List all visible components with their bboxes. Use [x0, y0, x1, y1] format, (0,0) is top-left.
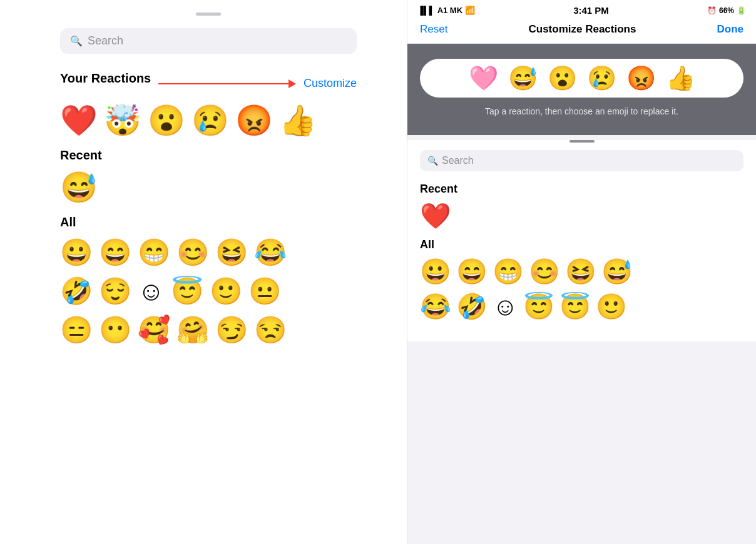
all-emoji-16: 🤗: [176, 317, 209, 343]
all-r-emoji-8: 🤣: [456, 294, 488, 319]
all-r-emoji-4: 😊: [529, 259, 560, 284]
all-emoji-9: ☺️: [138, 278, 165, 305]
all-emoji-15: 🥰: [138, 317, 170, 343]
all-emoji-7: 🤣: [60, 278, 93, 305]
all-label-right: All: [420, 238, 743, 251]
right-panel: ▐▌▌ A1 MK 📶 3:41 PM ⏰ 66% 🔋 Reset Custom…: [407, 0, 756, 544]
arrow-head: [289, 79, 296, 88]
battery-icon: 🔋: [737, 6, 746, 15]
pill-emoji-sweat[interactable]: 😅: [508, 66, 538, 90]
pill-emoji-pink-heart[interactable]: 🩷: [469, 66, 498, 90]
reactions-header: Your Reactions Customize: [60, 71, 357, 96]
all-emoji-12: 😐: [248, 278, 281, 305]
recent-emoji-heart-right: ❤️: [420, 203, 451, 228]
all-emoji-10: 😇: [171, 278, 203, 305]
reactions-emoji-row: ❤️ 🤯 😮 😢 😡 👍: [60, 106, 357, 136]
nav-bar: Reset Customize Reactions Done: [407, 18, 756, 44]
search-bar-right[interactable]: 🔍 Search: [420, 150, 743, 171]
signal-icon: ▐▌▌: [417, 6, 435, 15]
recent-title: Recent: [60, 148, 357, 163]
all-r-emoji-5: 😆: [565, 259, 596, 284]
reaction-emoji-cry: 😢: [192, 106, 229, 136]
all-r-emoji-7: 😂: [420, 294, 451, 319]
drag-handle: [196, 13, 221, 16]
all-r-emoji-1: 😀: [420, 259, 451, 284]
customize-link[interactable]: Customize: [304, 77, 357, 90]
emoji-picker-bottom: 🔍 Search Recent ❤️ All 😀 😄 😁 😊 😆 😅 😂 🤣: [407, 150, 756, 341]
pill-emoji-thumbsup[interactable]: 👍: [666, 66, 695, 90]
all-emoji-11: 🙂: [210, 278, 242, 305]
battery-label: 66%: [719, 6, 734, 15]
time-label: 3:41 PM: [573, 5, 609, 16]
alarm-icon: ⏰: [707, 6, 717, 15]
customize-panel: 🩷 😅 😮 😢 😡 👍 Tap a reaction, then choose …: [407, 44, 756, 135]
all-r-emoji-11: 😇: [559, 294, 591, 319]
all-r-emoji-6: 😅: [601, 259, 633, 284]
all-emoji-3: 😁: [138, 239, 170, 266]
all-r-emoji-2: 😄: [456, 259, 488, 284]
recent-emoji-row: 😅: [60, 173, 357, 203]
all-emoji-13: 😑: [60, 317, 93, 343]
search-placeholder-left: Search: [88, 34, 123, 48]
bottom-drag-handle: [570, 140, 595, 143]
search-placeholder-right: Search: [442, 155, 474, 166]
search-icon-right: 🔍: [427, 156, 438, 166]
reaction-emoji-exploding: 🤯: [104, 106, 141, 136]
all-emoji-row3: 😑 😶 🥰 🤗 😏 😒: [60, 317, 357, 343]
all-r-emoji-12: 🙂: [596, 294, 627, 319]
wifi-icon: 📶: [465, 6, 475, 15]
all-emoji-1: 😀: [60, 239, 93, 266]
status-right: ⏰ 66% 🔋: [707, 6, 746, 15]
reaction-emoji-thumbsup: 👍: [279, 106, 317, 136]
search-bar-left[interactable]: 🔍 Search: [60, 28, 357, 54]
recent-emoji-sweat: 😅: [60, 173, 98, 203]
status-bar: ▐▌▌ A1 MK 📶 3:41 PM ⏰ 66% 🔋: [407, 0, 756, 18]
all-title: All: [60, 215, 357, 229]
done-button[interactable]: Done: [717, 23, 743, 36]
pill-emoji-surprised[interactable]: 😮: [548, 66, 577, 90]
all-emoji-6: 😂: [254, 239, 287, 266]
all-emoji-row1-right: 😀 😄 😁 😊 😆 😅: [420, 259, 743, 284]
nav-title: Customize Reactions: [528, 23, 636, 36]
all-emoji-row2-right: 😂 🤣 ☺️ 😇 😇 🙂: [420, 294, 743, 319]
all-emoji-14: 😶: [99, 317, 131, 343]
all-emoji-row1: 😀 😄 😁 😊 😆 😂: [60, 239, 357, 266]
all-emoji-5: 😆: [215, 239, 248, 266]
reaction-emoji-heart: ❤️: [60, 106, 98, 136]
pill-emoji-cry[interactable]: 😢: [587, 66, 616, 90]
carrier-label: A1 MK: [437, 6, 462, 15]
search-icon-left: 🔍: [70, 35, 83, 47]
all-emoji-18: 😒: [254, 317, 287, 343]
reset-button[interactable]: Reset: [420, 23, 447, 36]
all-emoji-8: 😌: [99, 278, 131, 305]
left-panel: 🔍 Search Your Reactions Customize ❤️ 🤯 😮…: [0, 0, 407, 544]
your-reactions-title: Your Reactions: [60, 71, 151, 86]
status-left: ▐▌▌ A1 MK 📶: [417, 6, 475, 15]
recent-label-right: Recent: [420, 183, 743, 196]
all-emoji-4: 😊: [176, 239, 209, 266]
all-r-emoji-3: 😁: [493, 259, 524, 284]
customize-hint: Tap a reaction, then choose an emoji to …: [420, 106, 743, 116]
reaction-emoji-angry: 😡: [235, 106, 273, 136]
reaction-emoji-surprised: 😮: [148, 106, 185, 136]
pill-emoji-angry[interactable]: 😡: [626, 66, 656, 90]
bottom-sheet: 🔍 Search Recent ❤️ All 😀 😄 😁 😊 😆 😅 😂 🤣: [407, 140, 756, 341]
all-r-emoji-9: ☺️: [493, 294, 518, 319]
arrow-line: [158, 83, 289, 84]
all-emoji-2: 😄: [99, 239, 131, 266]
reactions-pill: 🩷 😅 😮 😢 😡 👍: [420, 59, 743, 98]
arrow-container: [158, 79, 296, 88]
all-emoji-row2: 🤣 😌 ☺️ 😇 🙂 😐: [60, 278, 357, 305]
all-emoji-17: 😏: [215, 317, 248, 343]
recent-emoji-row-right: ❤️: [420, 203, 743, 228]
all-r-emoji-10: 😇: [523, 294, 554, 319]
